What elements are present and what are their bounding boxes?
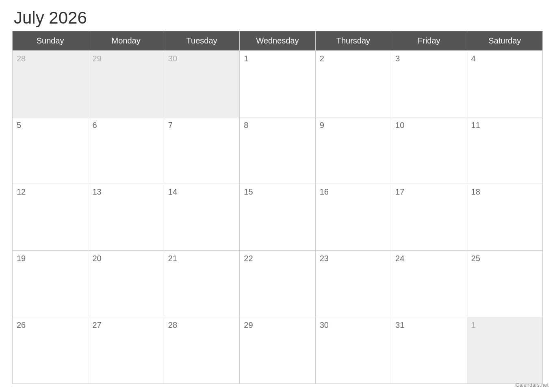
calendar-cell[interactable]: 28	[13, 51, 88, 117]
calendar-cell[interactable]: 17	[391, 184, 467, 251]
day-number: 30	[320, 321, 329, 329]
day-number: 12	[17, 187, 26, 196]
day-number: 21	[168, 254, 177, 263]
day-number: 20	[92, 254, 101, 263]
calendar-cell[interactable]: 16	[315, 184, 391, 251]
calendar-cell[interactable]: 25	[467, 251, 542, 317]
day-number: 28	[17, 54, 26, 63]
day-number: 29	[92, 54, 101, 63]
calendar-cell[interactable]: 1	[467, 317, 542, 384]
calendar-cell[interactable]: 4	[467, 51, 542, 117]
calendar-cell[interactable]: 9	[315, 117, 391, 184]
day-number: 28	[168, 321, 177, 329]
calendar-cell[interactable]: 12	[13, 184, 88, 251]
calendar-cell[interactable]: 29	[240, 317, 315, 384]
day-number: 6	[92, 121, 97, 130]
day-number: 29	[244, 321, 253, 329]
day-number: 16	[320, 187, 329, 196]
month-title: July 2026	[12, 8, 543, 28]
calendar-cell[interactable]: 22	[240, 251, 315, 317]
calendar-cell[interactable]: 11	[467, 117, 542, 184]
day-number: 1	[471, 321, 476, 329]
calendar-cell[interactable]: 30	[315, 317, 391, 384]
calendar-cell[interactable]: 7	[164, 117, 239, 184]
day-number: 4	[471, 54, 476, 63]
weekday-header-sunday: Sunday	[13, 31, 88, 51]
week-row-3: 12131415161718	[13, 184, 543, 251]
week-row-5: 2627282930311	[13, 317, 543, 384]
day-number: 8	[244, 121, 248, 130]
calendar-cell[interactable]: 10	[391, 117, 467, 184]
watermark: iCalendars.net	[514, 382, 548, 388]
day-number: 3	[395, 54, 400, 63]
day-number: 27	[92, 321, 101, 329]
weekday-header-thursday: Thursday	[315, 31, 391, 51]
day-number: 5	[17, 121, 21, 130]
calendar-cell[interactable]: 1	[240, 51, 315, 117]
day-number: 22	[244, 254, 253, 263]
day-number: 9	[320, 121, 324, 130]
weekday-header-monday: Monday	[88, 31, 164, 51]
day-number: 15	[244, 187, 253, 196]
weekday-header-row: SundayMondayTuesdayWednesdayThursdayFrid…	[13, 31, 543, 51]
calendar-cell[interactable]: 13	[88, 184, 164, 251]
calendar-cell[interactable]: 2	[315, 51, 391, 117]
calendar-cell[interactable]: 29	[88, 51, 164, 117]
day-number: 13	[92, 187, 101, 196]
day-number: 10	[395, 121, 404, 130]
weekday-header-friday: Friday	[391, 31, 467, 51]
calendar-cell[interactable]: 8	[240, 117, 315, 184]
calendar-cell[interactable]: 24	[391, 251, 467, 317]
day-number: 14	[168, 187, 177, 196]
day-number: 2	[320, 54, 324, 63]
day-number: 26	[17, 321, 26, 329]
weekday-header-saturday: Saturday	[467, 31, 542, 51]
week-row-2: 567891011	[13, 117, 543, 184]
calendar-cell[interactable]: 30	[164, 51, 239, 117]
calendar-cell[interactable]: 31	[391, 317, 467, 384]
day-number: 19	[17, 254, 26, 263]
day-number: 30	[168, 54, 177, 63]
calendar-cell[interactable]: 15	[240, 184, 315, 251]
day-number: 25	[471, 254, 480, 263]
week-row-4: 19202122232425	[13, 251, 543, 317]
day-number: 18	[471, 187, 480, 196]
calendar-cell[interactable]: 20	[88, 251, 164, 317]
weekday-header-wednesday: Wednesday	[240, 31, 315, 51]
calendar-cell[interactable]: 6	[88, 117, 164, 184]
day-number: 1	[244, 54, 248, 63]
calendar-table: SundayMondayTuesdayWednesdayThursdayFrid…	[12, 31, 543, 384]
calendar-cell[interactable]: 26	[13, 317, 88, 384]
day-number: 23	[320, 254, 329, 263]
day-number: 24	[395, 254, 404, 263]
calendar-cell[interactable]: 18	[467, 184, 542, 251]
calendar-cell[interactable]: 14	[164, 184, 239, 251]
day-number: 31	[395, 321, 404, 329]
day-number: 17	[395, 187, 404, 196]
calendar-cell[interactable]: 19	[13, 251, 88, 317]
calendar-cell[interactable]: 28	[164, 317, 239, 384]
calendar-cell[interactable]: 23	[315, 251, 391, 317]
calendar-cell[interactable]: 21	[164, 251, 239, 317]
calendar-cell[interactable]: 3	[391, 51, 467, 117]
page-container: July 2026 SundayMondayTuesdayWednesdayTh…	[0, 0, 555, 392]
calendar-cell[interactable]: 5	[13, 117, 88, 184]
week-row-1: 2829301234	[13, 51, 543, 117]
calendar-cell[interactable]: 27	[88, 317, 164, 384]
day-number: 7	[168, 121, 173, 130]
day-number: 11	[471, 121, 480, 130]
weekday-header-tuesday: Tuesday	[164, 31, 239, 51]
